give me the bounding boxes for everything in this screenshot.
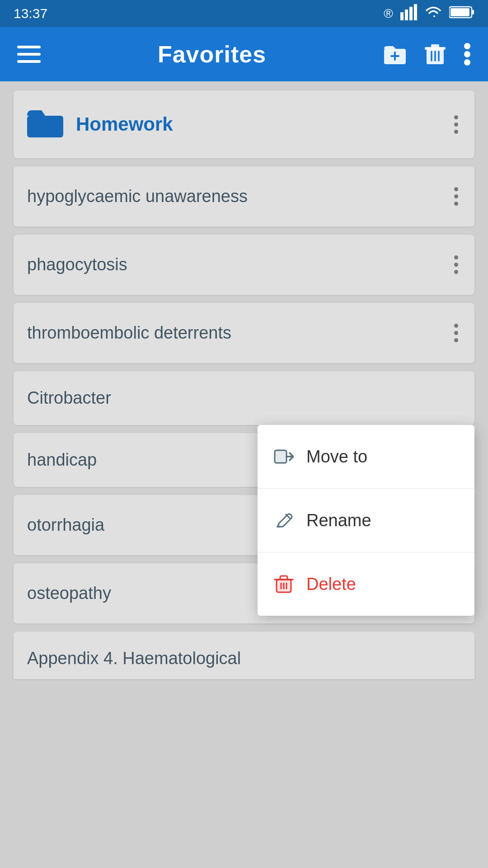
move-to-icon: [274, 447, 294, 467]
app-bar-title: Favorites: [58, 41, 366, 68]
delete-label: Delete: [306, 575, 356, 594]
svg-rect-5: [472, 10, 474, 14]
move-to-label: Move to: [306, 447, 367, 467]
new-folder-button[interactable]: [380, 39, 410, 70]
hamburger-button[interactable]: [14, 42, 44, 66]
svg-rect-21: [275, 450, 286, 463]
wifi-icon: [425, 5, 442, 22]
context-menu-rename[interactable]: Rename: [258, 489, 474, 552]
more-options-button[interactable]: [460, 39, 474, 70]
status-bar: 13:37 ®: [0, 0, 488, 27]
registered-icon: ®: [384, 6, 393, 21]
delete-trash-icon: [274, 574, 294, 594]
svg-rect-1: [405, 9, 408, 20]
svg-point-18: [464, 59, 470, 66]
context-menu-delete[interactable]: Delete: [258, 552, 474, 616]
svg-point-17: [464, 51, 470, 57]
svg-rect-3: [414, 4, 417, 20]
svg-rect-2: [409, 7, 413, 20]
svg-point-16: [464, 43, 470, 49]
app-bar-actions: [380, 39, 474, 70]
rename-label: Rename: [306, 511, 371, 530]
svg-rect-0: [400, 12, 404, 20]
status-time: 13:37: [14, 6, 47, 21]
context-menu-move-to[interactable]: Move to: [258, 425, 474, 489]
delete-button[interactable]: [421, 39, 449, 70]
status-icons: ®: [384, 4, 474, 24]
battery-icon: [449, 6, 474, 22]
context-menu: Move to Rename Delete: [258, 425, 474, 616]
signal-icon: [400, 4, 418, 24]
hamburger-icon: [17, 46, 41, 63]
rename-icon: [274, 510, 294, 530]
svg-rect-12: [425, 47, 446, 50]
svg-rect-6: [450, 8, 469, 16]
app-bar: Favorites: [0, 27, 488, 81]
